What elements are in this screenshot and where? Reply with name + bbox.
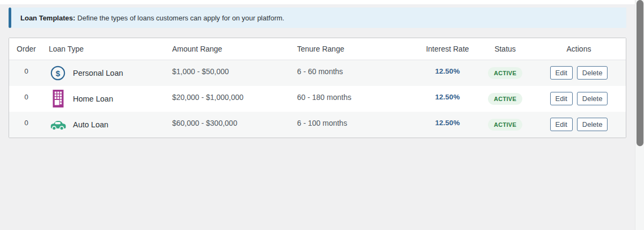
header-amount-range: Amount Range — [167, 38, 292, 60]
loan-templates-table-card: Order Loan Type Amount Range Tenure Rang… — [9, 38, 626, 138]
header-tenure-range: Tenure Range — [292, 38, 417, 60]
delete-button[interactable]: Delete — [577, 118, 608, 132]
loan-templates-table: Order Loan Type Amount Range Tenure Rang… — [9, 38, 626, 138]
delete-button[interactable]: Delete — [577, 66, 608, 80]
header-order: Order — [9, 38, 43, 60]
header-status: Status — [478, 38, 532, 60]
building-icon: $ — [49, 89, 67, 109]
header-actions: Actions — [532, 38, 626, 60]
loan-type-name: Home Loan — [73, 95, 113, 103]
scrollbar-thumb[interactable] — [636, 0, 643, 146]
status-badge: ACTIVE — [488, 119, 522, 131]
tenure-range-value: 6 - 100 months — [292, 112, 417, 138]
edit-button[interactable]: Edit — [550, 92, 573, 106]
order-value: 0 — [9, 60, 43, 86]
header-loan-type: Loan Type — [43, 38, 167, 60]
delete-button[interactable]: Delete — [577, 92, 608, 106]
notice-title: Loan Templates: — [20, 14, 75, 22]
order-value: 0 — [9, 86, 43, 112]
table-row: 0 $ — [9, 60, 626, 86]
status-badge: ACTIVE — [488, 93, 522, 105]
amount-range-value: $20,000 - $1,000,000 — [167, 86, 292, 112]
interest-rate-value: 12.50% — [417, 86, 478, 112]
dollar-circle-icon: $ — [49, 63, 67, 83]
table-row: 0 $ — [9, 86, 626, 112]
interest-rate-value: 12.50% — [417, 60, 478, 86]
vertical-scrollbar[interactable] — [635, 0, 644, 230]
car-icon: $ — [49, 115, 67, 134]
amount-range-value: $1,000 - $50,000 — [167, 60, 292, 86]
table-header-row: Order Loan Type Amount Range Tenure Rang… — [9, 38, 626, 60]
top-bar — [0, 0, 635, 4]
interest-rate-value: 12.50% — [417, 112, 478, 138]
tenure-range-value: 6 - 60 months — [292, 60, 417, 86]
notice-description: Define the types of loans customers can … — [77, 14, 284, 22]
header-interest-rate: Interest Rate — [417, 38, 478, 60]
loan-templates-notice: Loan Templates: Define the types of loan… — [9, 8, 626, 28]
edit-button[interactable]: Edit — [550, 118, 573, 132]
table-row: 0 $ — [9, 112, 626, 138]
loan-type-name: Auto Loan — [73, 120, 108, 129]
edit-button[interactable]: Edit — [550, 66, 573, 80]
page-content: Loan Templates: Define the types of loan… — [0, 4, 635, 230]
amount-range-value: $60,000 - $300,000 — [167, 112, 292, 138]
tenure-range-value: 60 - 180 months — [292, 86, 417, 112]
svg-text:$: $ — [56, 68, 61, 77]
status-badge: ACTIVE — [488, 67, 522, 79]
loan-type-name: Personal Loan — [73, 69, 123, 77]
order-value: 0 — [9, 112, 43, 138]
notice-text: Loan Templates: Define the types of loan… — [11, 8, 626, 28]
